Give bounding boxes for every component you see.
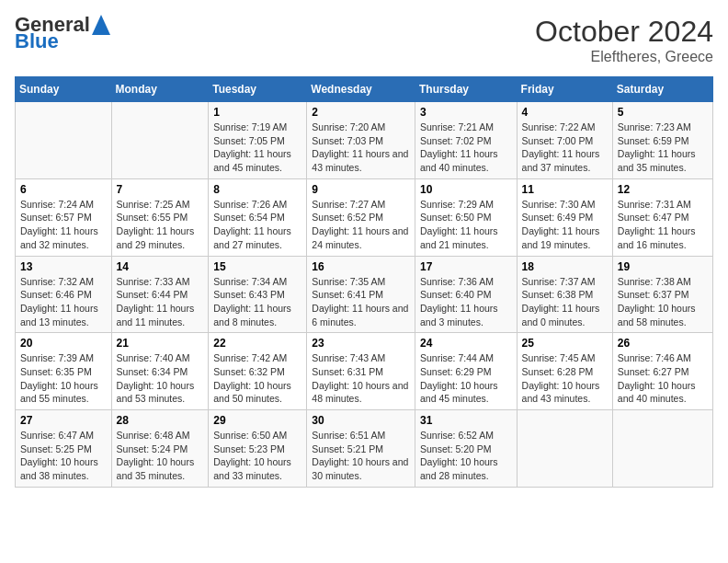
week-row-0: 1Sunrise: 7:19 AM Sunset: 7:05 PM Daylig… bbox=[16, 102, 713, 179]
calendar-cell: 9Sunrise: 7:27 AM Sunset: 6:52 PM Daylig… bbox=[307, 178, 415, 256]
cell-details: Sunrise: 7:33 AM Sunset: 6:44 PM Dayligh… bbox=[117, 275, 204, 329]
cell-details: Sunrise: 7:42 AM Sunset: 6:32 PM Dayligh… bbox=[213, 351, 301, 406]
header-friday: Friday bbox=[517, 77, 612, 102]
cell-details: Sunrise: 6:52 AM Sunset: 5:20 PM Dayligh… bbox=[420, 429, 512, 483]
day-number: 14 bbox=[117, 260, 204, 273]
calendar-cell: 6Sunrise: 7:24 AM Sunset: 6:57 PM Daylig… bbox=[16, 178, 112, 256]
calendar-cell: 17Sunrise: 7:36 AM Sunset: 6:40 PM Dayli… bbox=[415, 256, 517, 333]
day-number: 2 bbox=[312, 106, 410, 119]
day-number: 8 bbox=[213, 183, 301, 196]
day-number: 25 bbox=[522, 337, 608, 350]
calendar-cell: 3Sunrise: 7:21 AM Sunset: 7:02 PM Daylig… bbox=[415, 102, 517, 179]
day-number: 6 bbox=[20, 183, 107, 196]
calendar-cell: 1Sunrise: 7:19 AM Sunset: 7:05 PM Daylig… bbox=[209, 102, 307, 179]
day-number: 22 bbox=[213, 337, 301, 350]
calendar-cell: 27Sunrise: 6:47 AM Sunset: 5:25 PM Dayli… bbox=[16, 410, 112, 488]
location-subtitle: Eleftheres, Greece bbox=[535, 49, 713, 65]
cell-details: Sunrise: 6:48 AM Sunset: 5:24 PM Dayligh… bbox=[117, 429, 204, 483]
cell-details: Sunrise: 7:46 AM Sunset: 6:27 PM Dayligh… bbox=[618, 351, 708, 406]
logo-blue-text: Blue bbox=[15, 31, 59, 52]
calendar-cell: 4Sunrise: 7:22 AM Sunset: 7:00 PM Daylig… bbox=[517, 102, 612, 179]
calendar-cell: 14Sunrise: 7:33 AM Sunset: 6:44 PM Dayli… bbox=[111, 256, 209, 333]
day-number: 15 bbox=[213, 260, 301, 273]
day-number: 18 bbox=[522, 260, 608, 273]
day-number: 9 bbox=[312, 183, 410, 196]
title-block: October 2024 Eleftheres, Greece bbox=[535, 15, 713, 65]
header-sunday: Sunday bbox=[16, 77, 112, 102]
cell-details: Sunrise: 7:20 AM Sunset: 7:03 PM Dayligh… bbox=[312, 121, 410, 175]
calendar-cell: 28Sunrise: 6:48 AM Sunset: 5:24 PM Dayli… bbox=[111, 410, 209, 488]
calendar-cell: 21Sunrise: 7:40 AM Sunset: 6:34 PM Dayli… bbox=[111, 333, 209, 410]
svg-marker-0 bbox=[92, 15, 110, 35]
calendar-cell: 31Sunrise: 6:52 AM Sunset: 5:20 PM Dayli… bbox=[415, 410, 517, 488]
week-row-4: 27Sunrise: 6:47 AM Sunset: 5:25 PM Dayli… bbox=[16, 410, 713, 488]
day-number: 27 bbox=[20, 414, 107, 427]
calendar-cell: 18Sunrise: 7:37 AM Sunset: 6:38 PM Dayli… bbox=[517, 256, 612, 333]
week-row-2: 13Sunrise: 7:32 AM Sunset: 6:46 PM Dayli… bbox=[16, 256, 713, 333]
day-number: 3 bbox=[420, 106, 512, 119]
calendar-cell: 11Sunrise: 7:30 AM Sunset: 6:49 PM Dayli… bbox=[517, 178, 612, 256]
cell-details: Sunrise: 7:22 AM Sunset: 7:00 PM Dayligh… bbox=[522, 121, 608, 175]
calendar-cell: 24Sunrise: 7:44 AM Sunset: 6:29 PM Dayli… bbox=[415, 333, 517, 410]
cell-details: Sunrise: 7:23 AM Sunset: 6:59 PM Dayligh… bbox=[618, 121, 708, 175]
calendar-cell bbox=[16, 102, 112, 179]
cell-details: Sunrise: 7:39 AM Sunset: 6:35 PM Dayligh… bbox=[20, 351, 107, 406]
header-tuesday: Tuesday bbox=[209, 77, 307, 102]
cell-details: Sunrise: 7:44 AM Sunset: 6:29 PM Dayligh… bbox=[420, 351, 512, 406]
calendar-cell: 7Sunrise: 7:25 AM Sunset: 6:55 PM Daylig… bbox=[111, 178, 209, 256]
cell-details: Sunrise: 7:27 AM Sunset: 6:52 PM Dayligh… bbox=[312, 198, 410, 252]
cell-details: Sunrise: 7:35 AM Sunset: 6:41 PM Dayligh… bbox=[312, 275, 410, 329]
calendar-header: SundayMondayTuesdayWednesdayThursdayFrid… bbox=[16, 77, 713, 102]
calendar-cell: 20Sunrise: 7:39 AM Sunset: 6:35 PM Dayli… bbox=[16, 333, 112, 410]
calendar-cell: 8Sunrise: 7:26 AM Sunset: 6:54 PM Daylig… bbox=[209, 178, 307, 256]
day-number: 11 bbox=[522, 183, 608, 196]
calendar-cell: 12Sunrise: 7:31 AM Sunset: 6:47 PM Dayli… bbox=[612, 178, 712, 256]
cell-details: Sunrise: 7:30 AM Sunset: 6:49 PM Dayligh… bbox=[522, 198, 608, 252]
cell-details: Sunrise: 7:21 AM Sunset: 7:02 PM Dayligh… bbox=[420, 121, 512, 175]
calendar-cell: 5Sunrise: 7:23 AM Sunset: 6:59 PM Daylig… bbox=[612, 102, 712, 179]
cell-details: Sunrise: 7:29 AM Sunset: 6:50 PM Dayligh… bbox=[420, 198, 512, 252]
day-number: 7 bbox=[117, 183, 204, 196]
cell-details: Sunrise: 7:40 AM Sunset: 6:34 PM Dayligh… bbox=[117, 351, 204, 406]
day-number: 17 bbox=[420, 260, 512, 273]
calendar-cell: 10Sunrise: 7:29 AM Sunset: 6:50 PM Dayli… bbox=[415, 178, 517, 256]
cell-details: Sunrise: 7:43 AM Sunset: 6:31 PM Dayligh… bbox=[312, 351, 410, 406]
calendar-cell: 16Sunrise: 7:35 AM Sunset: 6:41 PM Dayli… bbox=[307, 256, 415, 333]
cell-details: Sunrise: 7:36 AM Sunset: 6:40 PM Dayligh… bbox=[420, 275, 512, 329]
header-wednesday: Wednesday bbox=[307, 77, 415, 102]
day-number: 10 bbox=[420, 183, 512, 196]
cell-details: Sunrise: 7:45 AM Sunset: 6:28 PM Dayligh… bbox=[522, 351, 608, 406]
cell-details: Sunrise: 7:26 AM Sunset: 6:54 PM Dayligh… bbox=[213, 198, 301, 252]
cell-details: Sunrise: 7:25 AM Sunset: 6:55 PM Dayligh… bbox=[117, 198, 204, 252]
calendar-cell: 25Sunrise: 7:45 AM Sunset: 6:28 PM Dayli… bbox=[517, 333, 612, 410]
cell-details: Sunrise: 7:31 AM Sunset: 6:47 PM Dayligh… bbox=[618, 198, 708, 252]
calendar-cell bbox=[517, 410, 612, 488]
day-number: 19 bbox=[618, 260, 708, 273]
day-number: 5 bbox=[618, 106, 708, 119]
day-number: 31 bbox=[420, 414, 512, 427]
day-number: 20 bbox=[20, 337, 107, 350]
cell-details: Sunrise: 7:19 AM Sunset: 7:05 PM Dayligh… bbox=[213, 121, 301, 175]
day-number: 23 bbox=[312, 337, 410, 350]
cell-details: Sunrise: 7:34 AM Sunset: 6:43 PM Dayligh… bbox=[213, 275, 301, 329]
calendar-cell: 22Sunrise: 7:42 AM Sunset: 6:32 PM Dayli… bbox=[209, 333, 307, 410]
calendar-cell: 30Sunrise: 6:51 AM Sunset: 5:21 PM Dayli… bbox=[307, 410, 415, 488]
page-header: General Blue October 2024 Eleftheres, Gr… bbox=[15, 15, 713, 65]
header-saturday: Saturday bbox=[612, 77, 712, 102]
calendar-cell: 15Sunrise: 7:34 AM Sunset: 6:43 PM Dayli… bbox=[209, 256, 307, 333]
header-thursday: Thursday bbox=[415, 77, 517, 102]
calendar-body: 1Sunrise: 7:19 AM Sunset: 7:05 PM Daylig… bbox=[16, 102, 713, 488]
day-number: 28 bbox=[117, 414, 204, 427]
calendar-cell: 2Sunrise: 7:20 AM Sunset: 7:03 PM Daylig… bbox=[307, 102, 415, 179]
cell-details: Sunrise: 6:47 AM Sunset: 5:25 PM Dayligh… bbox=[20, 429, 107, 483]
cell-details: Sunrise: 7:32 AM Sunset: 6:46 PM Dayligh… bbox=[20, 275, 107, 329]
header-monday: Monday bbox=[111, 77, 209, 102]
calendar-table: SundayMondayTuesdayWednesdayThursdayFrid… bbox=[15, 76, 713, 488]
day-number: 4 bbox=[522, 106, 608, 119]
day-number: 12 bbox=[618, 183, 708, 196]
month-year-title: October 2024 bbox=[535, 15, 713, 49]
calendar-cell bbox=[612, 410, 712, 488]
calendar-cell: 29Sunrise: 6:50 AM Sunset: 5:23 PM Dayli… bbox=[209, 410, 307, 488]
header-row: SundayMondayTuesdayWednesdayThursdayFrid… bbox=[16, 77, 713, 102]
day-number: 30 bbox=[312, 414, 410, 427]
